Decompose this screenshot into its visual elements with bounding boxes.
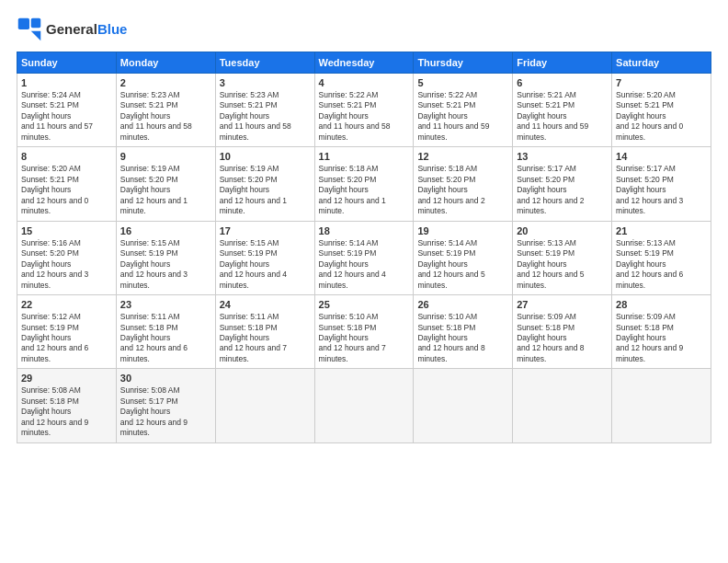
calendar-cell: 22Sunrise: 5:12 AMSunset: 5:19 PMDayligh…: [17, 295, 117, 369]
day-number: 26: [417, 299, 508, 310]
calendar-cell: 7Sunrise: 5:20 AMSunset: 5:21 PMDaylight…: [612, 74, 711, 147]
day-info: Sunrise: 5:14 AMSunset: 5:19 PMDaylight …: [319, 238, 410, 291]
calendar-cell: 3Sunrise: 5:23 AMSunset: 5:21 PMDaylight…: [215, 74, 314, 147]
day-number: 4: [319, 77, 410, 88]
day-number: 30: [120, 373, 211, 384]
day-info: Sunrise: 5:22 AMSunset: 5:21 PMDaylight …: [319, 90, 410, 143]
day-info: Sunrise: 5:12 AMSunset: 5:19 PMDaylight …: [21, 312, 112, 364]
logo-icon: [17, 17, 42, 42]
svg-marker-2: [31, 31, 41, 41]
day-number: 6: [517, 77, 608, 88]
calendar-cell: 12Sunrise: 5:18 AMSunset: 5:20 PMDayligh…: [414, 147, 513, 221]
svg-rect-0: [18, 18, 29, 29]
day-number: 11: [319, 151, 410, 162]
calendar-cell: 24Sunrise: 5:11 AMSunset: 5:18 PMDayligh…: [215, 295, 314, 369]
calendar-cell: 26Sunrise: 5:10 AMSunset: 5:18 PMDayligh…: [414, 295, 513, 369]
calendar-week-2: 8Sunrise: 5:20 AMSunset: 5:21 PMDaylight…: [17, 147, 711, 221]
calendar-week-3: 15Sunrise: 5:16 AMSunset: 5:20 PMDayligh…: [17, 221, 711, 294]
calendar-cell: [612, 369, 711, 442]
day-info: Sunrise: 5:09 AMSunset: 5:18 PMDaylight …: [517, 312, 608, 364]
day-info: Sunrise: 5:13 AMSunset: 5:19 PMDaylight …: [616, 238, 707, 291]
day-number: 9: [120, 151, 211, 162]
day-number: 2: [120, 77, 211, 88]
day-number: 24: [220, 299, 311, 310]
calendar-cell: 17Sunrise: 5:15 AMSunset: 5:19 PMDayligh…: [215, 221, 314, 294]
calendar-cell: [513, 369, 612, 442]
day-number: 12: [417, 151, 508, 162]
calendar-cell: 14Sunrise: 5:17 AMSunset: 5:20 PMDayligh…: [612, 147, 711, 221]
day-info: Sunrise: 5:17 AMSunset: 5:20 PMDaylight …: [616, 164, 707, 216]
day-info: Sunrise: 5:17 AMSunset: 5:20 PMDaylight …: [517, 164, 608, 216]
dow-saturday: Saturday: [612, 52, 711, 74]
calendar-cell: [314, 369, 414, 442]
dow-tuesday: Tuesday: [215, 52, 314, 74]
header: GeneralBlue: [17, 17, 711, 42]
day-info: Sunrise: 5:15 AMSunset: 5:19 PMDaylight …: [120, 238, 211, 291]
calendar-cell: [414, 369, 513, 442]
calendar-cell: 27Sunrise: 5:09 AMSunset: 5:18 PMDayligh…: [513, 295, 612, 369]
calendar-cell: 30Sunrise: 5:08 AMSunset: 5:17 PMDayligh…: [116, 369, 215, 442]
day-number: 13: [517, 151, 608, 162]
calendar-body: 1Sunrise: 5:24 AMSunset: 5:21 PMDaylight…: [17, 74, 711, 443]
day-info: Sunrise: 5:10 AMSunset: 5:18 PMDaylight …: [319, 312, 410, 364]
day-info: Sunrise: 5:09 AMSunset: 5:18 PMDaylight …: [616, 312, 707, 364]
logo-text: GeneralBlue: [46, 22, 127, 38]
day-info: Sunrise: 5:24 AMSunset: 5:21 PMDaylight …: [21, 90, 112, 143]
calendar-cell: 19Sunrise: 5:14 AMSunset: 5:19 PMDayligh…: [414, 221, 513, 294]
day-info: Sunrise: 5:11 AMSunset: 5:18 PMDaylight …: [220, 312, 311, 364]
calendar-cell: [215, 369, 314, 442]
dow-thursday: Thursday: [414, 52, 513, 74]
dow-sunday: Sunday: [17, 52, 117, 74]
day-number: 15: [21, 225, 112, 236]
dow-wednesday: Wednesday: [314, 52, 414, 74]
calendar-cell: 10Sunrise: 5:19 AMSunset: 5:20 PMDayligh…: [215, 147, 314, 221]
day-number: 19: [417, 225, 508, 236]
calendar-week-1: 1Sunrise: 5:24 AMSunset: 5:21 PMDaylight…: [17, 74, 711, 147]
day-number: 14: [616, 151, 707, 162]
calendar-cell: 18Sunrise: 5:14 AMSunset: 5:19 PMDayligh…: [314, 221, 414, 294]
day-info: Sunrise: 5:23 AMSunset: 5:21 PMDaylight …: [120, 90, 211, 143]
calendar-cell: 21Sunrise: 5:13 AMSunset: 5:19 PMDayligh…: [612, 221, 711, 294]
day-number: 5: [417, 77, 508, 88]
day-info: Sunrise: 5:20 AMSunset: 5:21 PMDaylight …: [616, 90, 707, 143]
calendar-cell: 4Sunrise: 5:22 AMSunset: 5:21 PMDaylight…: [314, 74, 414, 147]
day-number: 18: [319, 225, 410, 236]
calendar-cell: 29Sunrise: 5:08 AMSunset: 5:18 PMDayligh…: [17, 369, 117, 442]
dow-monday: Monday: [116, 52, 215, 74]
day-number: 1: [21, 77, 112, 88]
day-number: 25: [319, 299, 410, 310]
calendar-page: GeneralBlue SundayMondayTuesdayWednesday…: [0, 0, 728, 453]
calendar-cell: 6Sunrise: 5:21 AMSunset: 5:21 PMDaylight…: [513, 74, 612, 147]
day-info: Sunrise: 5:23 AMSunset: 5:21 PMDaylight …: [220, 90, 311, 143]
calendar-cell: 9Sunrise: 5:19 AMSunset: 5:20 PMDaylight…: [116, 147, 215, 221]
day-info: Sunrise: 5:18 AMSunset: 5:20 PMDaylight …: [319, 164, 410, 216]
day-info: Sunrise: 5:14 AMSunset: 5:19 PMDaylight …: [417, 238, 508, 291]
dow-friday: Friday: [513, 52, 612, 74]
calendar-cell: 5Sunrise: 5:22 AMSunset: 5:21 PMDaylight…: [414, 74, 513, 147]
day-number: 10: [220, 151, 311, 162]
calendar-cell: 25Sunrise: 5:10 AMSunset: 5:18 PMDayligh…: [314, 295, 414, 369]
calendar-cell: 15Sunrise: 5:16 AMSunset: 5:20 PMDayligh…: [17, 221, 117, 294]
day-number: 16: [120, 225, 211, 236]
calendar-week-5: 29Sunrise: 5:08 AMSunset: 5:18 PMDayligh…: [17, 369, 711, 442]
day-number: 22: [21, 299, 112, 310]
calendar-cell: 20Sunrise: 5:13 AMSunset: 5:19 PMDayligh…: [513, 221, 612, 294]
day-number: 29: [21, 373, 112, 384]
day-number: 8: [21, 151, 112, 162]
day-info: Sunrise: 5:18 AMSunset: 5:20 PMDaylight …: [417, 164, 508, 216]
day-info: Sunrise: 5:10 AMSunset: 5:18 PMDaylight …: [417, 312, 508, 364]
day-number: 27: [517, 299, 608, 310]
day-info: Sunrise: 5:20 AMSunset: 5:21 PMDaylight …: [21, 164, 112, 216]
calendar-cell: 11Sunrise: 5:18 AMSunset: 5:20 PMDayligh…: [314, 147, 414, 221]
day-info: Sunrise: 5:22 AMSunset: 5:21 PMDaylight …: [417, 90, 508, 143]
day-number: 3: [220, 77, 311, 88]
calendar-cell: 23Sunrise: 5:11 AMSunset: 5:18 PMDayligh…: [116, 295, 215, 369]
calendar-cell: 2Sunrise: 5:23 AMSunset: 5:21 PMDaylight…: [116, 74, 215, 147]
day-info: Sunrise: 5:15 AMSunset: 5:19 PMDaylight …: [220, 238, 311, 291]
svg-rect-1: [31, 18, 41, 29]
day-info: Sunrise: 5:21 AMSunset: 5:21 PMDaylight …: [517, 90, 608, 143]
calendar-cell: 13Sunrise: 5:17 AMSunset: 5:20 PMDayligh…: [513, 147, 612, 221]
day-number: 20: [517, 225, 608, 236]
day-info: Sunrise: 5:08 AMSunset: 5:18 PMDaylight …: [21, 385, 112, 438]
calendar-cell: 1Sunrise: 5:24 AMSunset: 5:21 PMDaylight…: [17, 74, 117, 147]
